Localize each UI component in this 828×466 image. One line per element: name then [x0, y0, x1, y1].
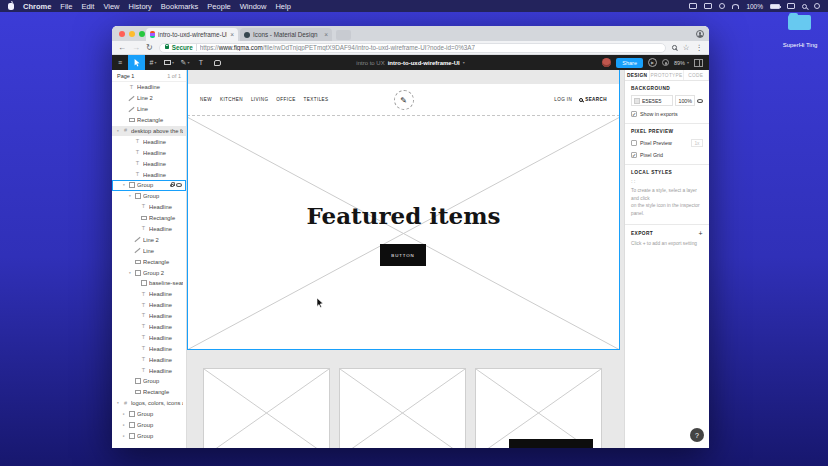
hex-value[interactable]: E5E5E5 — [642, 98, 661, 104]
layer-row[interactable]: THeadline — [112, 224, 186, 235]
notification-center-icon[interactable] — [814, 3, 820, 9]
sync-icon[interactable] — [719, 3, 725, 9]
layer-row[interactable]: Line 2 — [112, 234, 186, 245]
close-window-button[interactable] — [119, 31, 125, 37]
layer-row[interactable]: Rectangle — [112, 256, 186, 267]
tab-code[interactable]: CODE — [684, 70, 709, 80]
layer-row[interactable]: THeadline — [112, 354, 186, 365]
apple-menu-icon[interactable] — [8, 3, 14, 10]
layer-row[interactable]: Group — [112, 376, 186, 387]
show-in-exports-row[interactable]: ✓ Show in exports — [631, 111, 703, 117]
frame-tool-button[interactable]: #▾ — [145, 55, 161, 70]
pen-tool-button[interactable]: ✎▾ — [177, 55, 193, 70]
layer-row[interactable]: Line — [112, 245, 186, 256]
color-swatch[interactable] — [634, 98, 640, 104]
text-tool-button[interactable]: T — [193, 55, 209, 70]
layer-row[interactable]: ▸Group — [112, 409, 186, 420]
share-button[interactable]: Share — [616, 58, 643, 68]
layer-row[interactable]: Line — [112, 104, 186, 115]
zoom-level-dropdown[interactable]: 89%▾ — [674, 60, 689, 66]
layer-row[interactable]: ▾#logos, colors, icons and imag... — [112, 398, 186, 409]
layer-row[interactable]: THeadline — [112, 343, 186, 354]
eye-icon[interactable] — [176, 183, 182, 187]
browser-tab-active[interactable]: intro-to-uxd-wireframe-UI - F × — [146, 28, 238, 41]
layer-row[interactable]: Rectangle — [112, 387, 186, 398]
layer-row[interactable]: THeadline — [112, 82, 186, 93]
layer-row[interactable]: THeadline — [112, 147, 186, 158]
window-icon[interactable] — [704, 3, 712, 9]
visibility-eye-icon[interactable] — [697, 99, 703, 103]
tab-design[interactable]: DESIGN — [625, 70, 650, 80]
layer-row[interactable]: Line 2 — [112, 93, 186, 104]
layer-caret-icon[interactable]: ▾ — [116, 129, 120, 133]
layer-row[interactable]: THeadline — [112, 202, 186, 213]
layer-row[interactable]: Rectangle — [112, 213, 186, 224]
page-header[interactable]: Page 1 1 of 1 — [112, 70, 186, 82]
tab-close-icon[interactable]: × — [230, 31, 234, 38]
wifi-icon[interactable] — [732, 4, 739, 9]
layer-row[interactable]: THeadline — [112, 365, 186, 376]
layer-row[interactable]: THeadline — [112, 332, 186, 343]
menu-item[interactable]: Bookmarks — [161, 2, 199, 11]
browser-tab-inactive[interactable]: Icons - Material Design × — [240, 28, 332, 41]
address-bar[interactable]: Secure https://www.figma.com/file/rwDdTn… — [159, 43, 667, 53]
checkbox-unchecked[interactable] — [631, 140, 637, 146]
menu-item[interactable]: Edit — [81, 2, 94, 11]
lock-icon[interactable] — [170, 184, 174, 187]
opacity-field[interactable]: 100% — [675, 95, 695, 106]
layer-caret-icon[interactable]: ▸ — [122, 434, 126, 438]
layer-row[interactable]: ▾Group 2 — [112, 267, 186, 278]
styles-icon[interactable]: :: — [631, 178, 703, 184]
bookmark-star-icon[interactable]: ☆ — [683, 44, 690, 52]
checkbox-checked[interactable]: ✓ — [631, 111, 637, 117]
canvas[interactable]: NEWKITCHENLIVINGOFFICETEXTILES ✎ LOG IN … — [187, 70, 624, 448]
help-button[interactable]: ? — [690, 428, 704, 442]
layer-row[interactable]: ▸Group — [112, 431, 186, 442]
back-button[interactable]: ← — [118, 44, 126, 52]
layer-row[interactable]: THeadline — [112, 322, 186, 333]
menu-item[interactable]: Chrome — [23, 2, 51, 11]
layer-row[interactable]: THeadline — [112, 311, 186, 322]
figma-menu-icon[interactable]: ≡ — [112, 55, 128, 70]
forward-button[interactable]: → — [132, 44, 140, 52]
layer-row[interactable]: THeadline — [112, 300, 186, 311]
menu-item[interactable]: People — [207, 2, 230, 11]
layer-row[interactable]: Rectangle — [112, 115, 186, 126]
chevron-down-icon[interactable]: ▾ — [463, 60, 465, 65]
comments-icon[interactable] — [662, 59, 669, 66]
background-color-field[interactable]: E5E5E5 — [631, 95, 673, 106]
new-tab-button[interactable] — [336, 30, 351, 40]
avatar[interactable] — [602, 58, 611, 67]
layer-row[interactable]: ▾Group — [112, 191, 186, 202]
layer-caret-icon[interactable]: ▾ — [128, 271, 132, 275]
present-button[interactable]: ▶ — [648, 58, 657, 67]
layer-row[interactable]: THeadline — [112, 136, 186, 147]
project-name[interactable]: intro to UX — [356, 60, 384, 66]
layer-row[interactable]: ▸Group — [112, 420, 186, 431]
page-label[interactable]: Page 1 — [117, 73, 134, 79]
shape-tool-button[interactable]: ▾ — [161, 55, 177, 70]
minimize-window-button[interactable] — [129, 31, 135, 37]
menu-item[interactable]: File — [60, 2, 72, 11]
layer-row[interactable]: baseline-search-24px — [112, 278, 186, 289]
menu-item[interactable]: History — [129, 2, 152, 11]
layer-row[interactable]: ▾Group — [112, 180, 186, 191]
layer-row[interactable]: THeadline — [112, 169, 186, 180]
menu-item[interactable]: Window — [240, 2, 267, 11]
move-tool-button[interactable] — [128, 55, 145, 70]
layer-caret-icon[interactable]: ▸ — [122, 412, 126, 416]
reload-button[interactable]: ↻ — [146, 44, 153, 52]
tab-prototype[interactable]: PROTOTYPE — [650, 70, 683, 80]
layer-caret-icon[interactable]: ▸ — [122, 423, 126, 427]
browser-menu-icon[interactable]: ⋮ — [696, 44, 704, 52]
spotlight-icon[interactable] — [802, 4, 807, 9]
tab-close-icon[interactable]: × — [324, 31, 328, 38]
layer-caret-icon[interactable]: ▾ — [116, 401, 120, 405]
screen-record-icon[interactable] — [689, 3, 697, 9]
pixel-preview-row[interactable]: Pixel Preview 1x — [631, 139, 703, 147]
menu-item[interactable]: Help — [275, 2, 290, 11]
browser-profile-icon[interactable] — [696, 30, 704, 38]
layout-columns-icon[interactable] — [694, 59, 703, 67]
add-export-button[interactable]: + — [699, 230, 704, 237]
display-icon[interactable] — [787, 3, 795, 9]
